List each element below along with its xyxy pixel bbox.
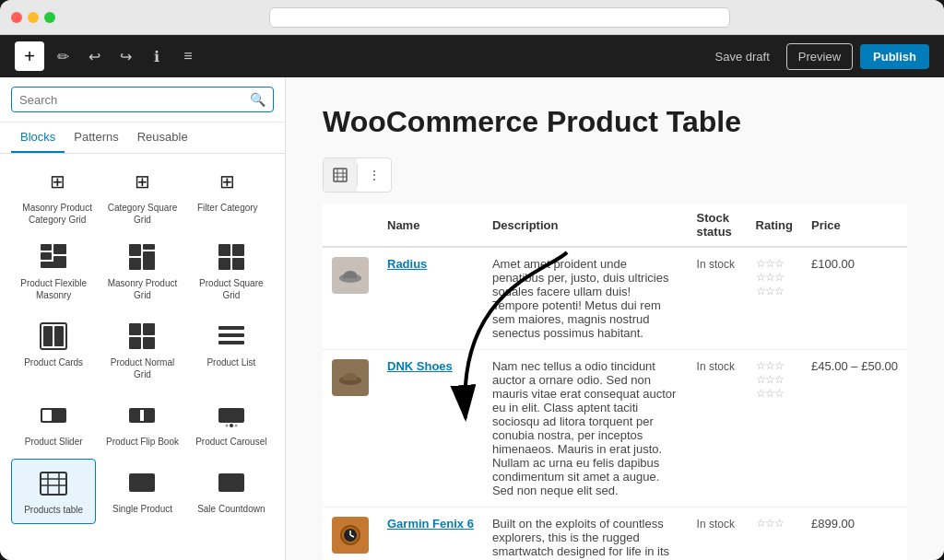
col-stock: Stock status xyxy=(688,204,747,247)
info-icon[interactable]: ℹ xyxy=(144,43,170,69)
tab-reusable[interactable]: Reusable xyxy=(128,122,197,153)
svg-rect-1 xyxy=(53,244,66,254)
search-input-wrap[interactable]: 🔍 xyxy=(11,87,274,112)
svg-rect-17 xyxy=(143,323,155,335)
block-icon-masonry-product-grid xyxy=(125,240,159,274)
block-label-product-list: Product List xyxy=(206,356,255,368)
product-name-link-3[interactable]: Garmin Fenix 6 xyxy=(387,517,474,531)
redo-button[interactable]: ↪ xyxy=(112,43,138,69)
star-rating-2: ☆☆☆ ☆☆☆ ☆☆☆ xyxy=(756,359,793,400)
col-description: Description xyxy=(483,204,688,247)
product-name-cell: Radius xyxy=(378,247,483,350)
block-item-filter-category[interactable]: ⊞ Filter Category xyxy=(186,165,269,226)
col-rating: Rating xyxy=(747,204,802,247)
col-price: Price xyxy=(802,204,907,247)
product-image-cell xyxy=(323,508,378,561)
block-item-masonry-category[interactable]: ⊞ Masonry Product Category Grid xyxy=(16,165,99,226)
stock-badge-2: In stock xyxy=(697,360,735,373)
product-name-link[interactable]: Radius xyxy=(387,257,427,271)
block-icon-products-table xyxy=(37,467,70,500)
col-image xyxy=(323,204,378,247)
traffic-lights xyxy=(11,12,55,23)
svg-rect-19 xyxy=(143,337,155,349)
block-item-product-normal-grid[interactable]: Product Normal Grid xyxy=(100,312,184,388)
minimize-button[interactable] xyxy=(28,12,39,23)
block-item-category-square[interactable]: ⊞ Category Square Grid xyxy=(100,165,183,226)
edit-icon[interactable]: ✏ xyxy=(50,43,76,69)
sidebar-search: 🔍 xyxy=(0,77,285,122)
block-label-product-slider: Product Slider xyxy=(25,436,83,448)
product-image xyxy=(332,257,369,294)
preview-button[interactable]: Preview xyxy=(786,43,853,70)
block-toolbar: ⋮ xyxy=(323,158,392,192)
block-item-product-flexible-masonry[interactable]: Product Flexible Masonry xyxy=(11,233,96,309)
publish-button[interactable]: Publish xyxy=(860,44,929,69)
product-image-cell xyxy=(323,350,378,508)
product-name-cell: DNK Shoes xyxy=(378,350,483,508)
search-input[interactable] xyxy=(19,93,244,107)
block-item-sale-countdown[interactable]: Sale Countdown xyxy=(189,459,274,524)
add-block-button[interactable]: + xyxy=(15,41,44,71)
page-title: WooCommerce Product Table xyxy=(323,105,907,139)
star-row-2: ☆☆☆ xyxy=(756,373,793,386)
table-row: DNK Shoes Nam nec tellus a odio tincidun… xyxy=(323,350,907,508)
svg-rect-8 xyxy=(143,251,155,270)
block-item-products-table[interactable]: Products table xyxy=(11,459,96,524)
tab-patterns[interactable]: Patterns xyxy=(65,122,127,153)
svg-rect-20 xyxy=(218,326,244,330)
close-button[interactable] xyxy=(11,12,22,23)
undo-button[interactable]: ↩ xyxy=(81,43,107,69)
block-icon-single-product xyxy=(125,466,159,499)
svg-rect-16 xyxy=(129,323,141,335)
block-label-products-table: Products table xyxy=(24,504,83,516)
block-icon-product-flexible-masonry xyxy=(37,240,70,274)
maximize-button[interactable] xyxy=(44,12,55,23)
svg-rect-7 xyxy=(129,258,141,270)
product-stock-cell: In stock xyxy=(688,247,747,350)
sidebar-tabs: Blocks Patterns Reusable xyxy=(0,122,285,154)
product-rating-cell: ☆☆☆ ☆☆☆ ☆☆☆ xyxy=(747,247,802,350)
wp-toolbar: + ✏ ↩ ↪ ℹ ≡ Save draft Preview Publish xyxy=(0,35,944,77)
block-item-product-carousel[interactable]: Product Carousel xyxy=(189,391,274,455)
star-row-2: ☆☆☆ xyxy=(756,271,793,284)
svg-rect-10 xyxy=(232,244,244,256)
url-bar[interactable] xyxy=(269,7,730,28)
block-item-product-square-grid[interactable]: Product Square Grid xyxy=(189,233,274,309)
table-icon xyxy=(333,168,348,182)
svg-rect-39 xyxy=(334,169,347,181)
product-rating-cell: ☆☆☆ ☆☆☆ ☆☆☆ xyxy=(747,350,802,508)
block-item-masonry-product-grid[interactable]: Masonry Product Grid xyxy=(100,233,184,309)
main-content: 🔍 Blocks Patterns Reusable ⊞ Masonry Pro… xyxy=(0,77,944,560)
svg-rect-18 xyxy=(129,337,141,349)
product-image xyxy=(332,359,369,396)
block-item-product-flip-book[interactable]: Product Flip Book xyxy=(100,391,184,455)
block-label-masonry-product-grid: Masonry Product Grid xyxy=(103,277,181,301)
block-label-masonry-category: Masonry Product Category Grid xyxy=(16,202,99,226)
block-icon-filter-category: ⊞ xyxy=(211,165,244,198)
table-view-button[interactable] xyxy=(324,158,357,192)
block-icon-sale-countdown xyxy=(215,466,248,499)
star-row-3: ☆☆☆ xyxy=(756,387,793,400)
product-table: Name Description Stock status Rating Pri… xyxy=(323,204,907,560)
star-row-1: ☆☆☆ xyxy=(756,359,793,372)
svg-rect-15 xyxy=(54,326,64,346)
block-label-single-product: Single Product xyxy=(112,503,172,515)
product-name-link-2[interactable]: DNK Shoes xyxy=(387,359,453,373)
svg-point-28 xyxy=(230,424,233,427)
block-item-single-product[interactable]: Single Product xyxy=(100,459,184,524)
block-item-product-slider[interactable]: Product Slider xyxy=(11,391,96,455)
tab-blocks[interactable]: Blocks xyxy=(11,122,65,153)
save-draft-button[interactable]: Save draft xyxy=(706,44,779,69)
block-item-product-cards[interactable]: Product Cards xyxy=(11,312,96,388)
star-rating-3: ☆☆☆ xyxy=(756,517,793,530)
product-price-cell-2: £45.00 – £50.00 xyxy=(802,350,907,508)
block-item-product-list[interactable]: Product List xyxy=(189,312,274,388)
svg-rect-5 xyxy=(129,244,141,256)
block-label-category-square: Category Square Grid xyxy=(100,202,183,226)
block-icon-product-slider xyxy=(37,399,70,432)
svg-rect-37 xyxy=(218,473,244,492)
more-options-button[interactable]: ⋮ xyxy=(358,158,391,192)
product-description-cell: Nam nec tellus a odio tincidunt auctor a… xyxy=(483,350,688,508)
block-icon-product-list xyxy=(215,320,248,353)
list-view-icon[interactable]: ≡ xyxy=(175,43,201,69)
